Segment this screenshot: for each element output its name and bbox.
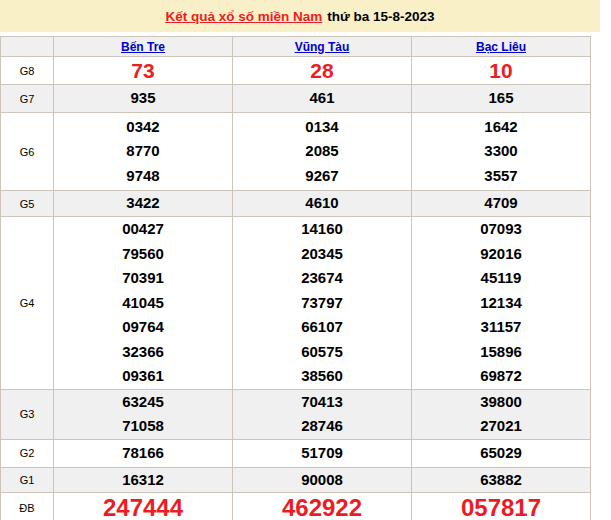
prize-values-cell: 4610 (233, 191, 412, 217)
prize-number: 28 (233, 57, 411, 84)
prize-label: G6 (1, 113, 54, 191)
prize-label: G3 (1, 389, 54, 439)
prize-values-cell: 51709 (233, 439, 412, 467)
prize-number: 78166 (54, 441, 232, 466)
prize-number: 63245 (54, 390, 232, 415)
prize-number: 66107 (233, 315, 411, 340)
province-link-baclieu[interactable]: Bạc Liêu (476, 40, 526, 54)
prize-number: 462922 (233, 493, 411, 520)
prize-values-cell: 14160203452367473797661076057538560 (233, 217, 412, 390)
prize-values-cell: 78166 (54, 439, 233, 467)
prize-values-cell: 28 (233, 57, 412, 85)
prize-row-G2: G2781665170965029 (1, 439, 591, 467)
prize-values-cell: 013420859267 (233, 113, 412, 191)
lottery-results-table: Bến Tre Vũng Tàu Bạc Liêu G8732810G79354… (0, 36, 591, 520)
prize-number: 79560 (54, 242, 232, 267)
prize-row-G4: G400427795607039141045097643236609361141… (1, 217, 591, 390)
prize-number: 38560 (233, 364, 411, 389)
prize-number: 60575 (233, 340, 411, 365)
prize-number: 90008 (233, 468, 411, 493)
prize-row-G8: G8732810 (1, 57, 591, 85)
prize-number: 73797 (233, 291, 411, 316)
prize-number: 9267 (233, 164, 411, 189)
prize-number: 935 (54, 86, 232, 111)
prize-number: 39800 (412, 390, 590, 415)
prize-number: 65029 (412, 441, 590, 466)
prize-number: 9748 (54, 164, 232, 189)
prize-number: 70391 (54, 266, 232, 291)
province-link-bentre[interactable]: Bến Tre (121, 40, 165, 54)
title-date: thứ ba 15-8-2023 (327, 9, 434, 24)
prize-number: 10 (412, 57, 590, 84)
prize-number: 4709 (412, 191, 590, 216)
prize-values-cell: 65029 (412, 439, 591, 467)
title-link[interactable]: Kết quả xổ số miền Nam (165, 9, 322, 24)
prize-number: 27021 (412, 414, 590, 439)
prize-row-G1: G1163129000863882 (1, 467, 591, 493)
prize-values-cell: 3980027021 (412, 389, 591, 439)
prize-values-cell: 07093920164511912134311571589669872 (412, 217, 591, 390)
prize-number: 1642 (412, 115, 590, 140)
prize-values-cell: 10 (412, 57, 591, 85)
prize-row-ĐB: ĐB247444462922057817 (1, 493, 591, 520)
prize-number: 51709 (233, 441, 411, 466)
prize-values-cell: 16312 (54, 467, 233, 493)
prize-number: 71058 (54, 414, 232, 439)
prize-number: 8770 (54, 139, 232, 164)
prize-number: 09361 (54, 364, 232, 389)
prize-values-cell: 461 (233, 85, 412, 113)
prize-number: 461 (233, 86, 411, 111)
prize-number: 0342 (54, 115, 232, 140)
prize-label: G2 (1, 439, 54, 467)
prize-number: 41045 (54, 291, 232, 316)
prize-row-G3: G3632457105870413287463980027021 (1, 389, 591, 439)
prize-values-cell: 73 (54, 57, 233, 85)
prize-number: 09764 (54, 315, 232, 340)
prize-number: 92016 (412, 242, 590, 267)
page-title: Kết quả xổ số miền Nam thứ ba 15-8-2023 (0, 0, 600, 32)
results-table-body: G8732810G7935461165G60342877097480134208… (1, 57, 591, 520)
prize-number: 247444 (54, 493, 232, 520)
column-header-baclieu: Bạc Liêu (412, 37, 591, 57)
prize-number: 3557 (412, 164, 590, 189)
prize-values-cell: 00427795607039141045097643236609361 (54, 217, 233, 390)
prize-values-cell: 247444 (54, 493, 233, 520)
column-header-vungtau: Vũng Tàu (233, 37, 412, 57)
prize-values-cell: 7041328746 (233, 389, 412, 439)
prize-values-cell: 90008 (233, 467, 412, 493)
prize-values-cell: 165 (412, 85, 591, 113)
prize-label: G7 (1, 85, 54, 113)
prize-values-cell: 057817 (412, 493, 591, 520)
results-table-head: Bến Tre Vũng Tàu Bạc Liêu (1, 37, 591, 57)
prize-number: 69872 (412, 364, 590, 389)
prize-number: 0134 (233, 115, 411, 140)
prize-number: 4610 (233, 191, 411, 216)
prize-label: G1 (1, 467, 54, 493)
prize-number: 057817 (412, 493, 590, 520)
prize-number: 2085 (233, 139, 411, 164)
corner-cell (1, 37, 54, 57)
prize-number: 00427 (54, 217, 232, 242)
prize-values-cell: 4709 (412, 191, 591, 217)
prize-row-G6: G6034287709748013420859267164233003557 (1, 113, 591, 191)
prize-row-G5: G5342246104709 (1, 191, 591, 217)
prize-number: 23674 (233, 266, 411, 291)
prize-number: 28746 (233, 414, 411, 439)
prize-number: 16312 (54, 468, 232, 493)
prize-row-G7: G7935461165 (1, 85, 591, 113)
prize-number: 07093 (412, 217, 590, 242)
prize-values-cell: 935 (54, 85, 233, 113)
prize-values-cell: 3422 (54, 191, 233, 217)
column-header-row: Bến Tre Vũng Tàu Bạc Liêu (1, 37, 591, 57)
prize-number: 3300 (412, 139, 590, 164)
prize-label: G4 (1, 217, 54, 390)
prize-values-cell: 6324571058 (54, 389, 233, 439)
province-link-vungtau[interactable]: Vũng Tàu (295, 40, 350, 54)
prize-number: 31157 (412, 315, 590, 340)
prize-number: 32366 (54, 340, 232, 365)
prize-number: 20345 (233, 242, 411, 267)
column-header-bentre: Bến Tre (54, 37, 233, 57)
prize-number: 165 (412, 86, 590, 111)
prize-values-cell: 034287709748 (54, 113, 233, 191)
prize-number: 73 (54, 57, 232, 84)
